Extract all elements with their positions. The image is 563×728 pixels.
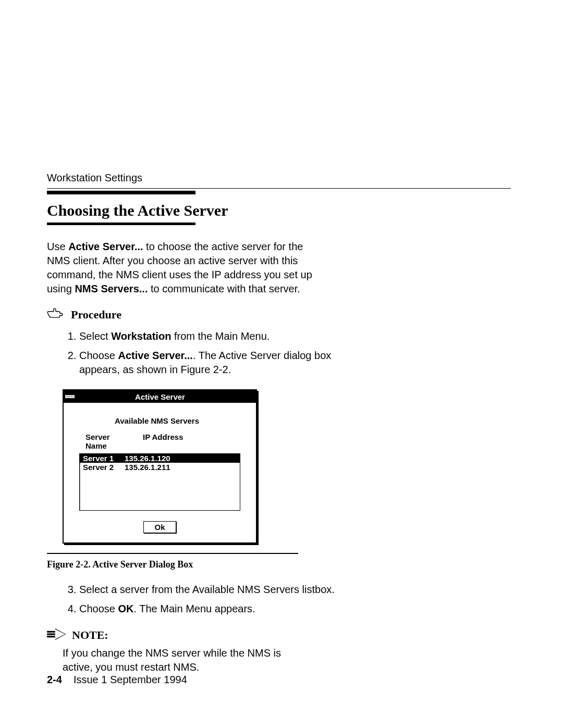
servers-listbox[interactable]: Server 1 135.26.1.120 Server 2 135.26.1.… — [79, 453, 240, 511]
server-ip-cell: 135.26.1.211 — [125, 463, 170, 472]
procedure-steps: Select Workstation from the Main Menu. C… — [47, 329, 361, 377]
step-2: Choose Active Server.... The Active Serv… — [79, 349, 361, 377]
server-name-cell: Server 1 — [83, 454, 125, 463]
svg-rect-0 — [47, 631, 55, 633]
step-2-bold: Active Server... — [118, 350, 193, 361]
intro-bold-1: Active Server... — [68, 241, 143, 252]
available-servers-label: Available NMS Servers — [115, 416, 240, 425]
step-2-pre: Choose — [79, 350, 118, 361]
dialog-figure: Active Server Available NMS Servers Serv… — [63, 389, 511, 544]
pointing-hand-icon — [47, 307, 65, 322]
active-server-dialog: Active Server Available NMS Servers Serv… — [63, 389, 257, 544]
section-underline — [47, 223, 195, 225]
arrow-icon — [47, 628, 67, 642]
step-1: Select Workstation from the Main Menu. — [79, 329, 361, 343]
procedure-steps-continued: Select a server from the Available NMS S… — [47, 583, 361, 616]
procedure-header: Procedure — [47, 307, 511, 322]
intro-bold-2: NMS Servers... — [75, 283, 148, 294]
intro-pre: Use — [47, 241, 68, 252]
note-text: If you change the NMS server while the N… — [63, 646, 308, 674]
figure-caption: Figure 2-2. Active Server Dialog Box — [47, 559, 511, 570]
page-number: 2-4 — [47, 674, 62, 685]
col-server-name: Server Name — [85, 433, 132, 450]
listbox-headers: Server Name IP Address — [85, 433, 240, 450]
thick-rule — [47, 191, 195, 194]
step-4-bold: OK — [118, 603, 134, 614]
page-footer: 2-4Issue 1 September 1994 — [47, 674, 187, 686]
step-1-post: from the Main Menu. — [171, 330, 270, 342]
dialog-body: Available NMS Servers Server Name IP Add… — [64, 403, 256, 542]
issue-date: Issue 1 September 1994 — [74, 674, 187, 685]
note-header: NOTE: — [47, 628, 511, 642]
procedure-label: Procedure — [71, 308, 121, 322]
running-header: Workstation Settings — [47, 172, 511, 184]
ok-button[interactable]: Ok — [143, 521, 176, 533]
svg-marker-4 — [55, 630, 65, 639]
figure-rule — [47, 553, 298, 554]
col-ip-address: IP Address — [143, 433, 183, 450]
intro-post: to communicate with that server. — [148, 283, 300, 294]
step-4-pre: Choose — [79, 603, 118, 614]
step-4: Choose OK. The Main Menu appears. — [79, 602, 361, 616]
step-1-bold: Workstation — [111, 330, 171, 342]
header-rule — [47, 188, 511, 189]
dialog-title: Active Server — [77, 392, 256, 401]
server-name-cell: Server 2 — [83, 463, 125, 472]
list-item[interactable]: Server 1 135.26.1.120 — [80, 454, 240, 463]
note-label: NOTE: — [72, 628, 108, 642]
svg-rect-1 — [47, 633, 55, 635]
svg-rect-2 — [47, 636, 55, 637]
system-menu-icon[interactable] — [64, 390, 77, 403]
server-ip-cell: 135.26.1.120 — [125, 454, 170, 463]
step-4-post: . The Main Menu appears. — [134, 603, 255, 614]
intro-paragraph: Use Active Server... to choose the activ… — [47, 240, 318, 296]
step-1-pre: Select — [79, 330, 111, 342]
dialog-titlebar: Active Server — [64, 390, 256, 403]
step-3: Select a server from the Available NMS S… — [79, 583, 361, 597]
list-item[interactable]: Server 2 135.26.1.211 — [80, 463, 240, 472]
section-title: Choosing the Active Server — [47, 202, 511, 219]
